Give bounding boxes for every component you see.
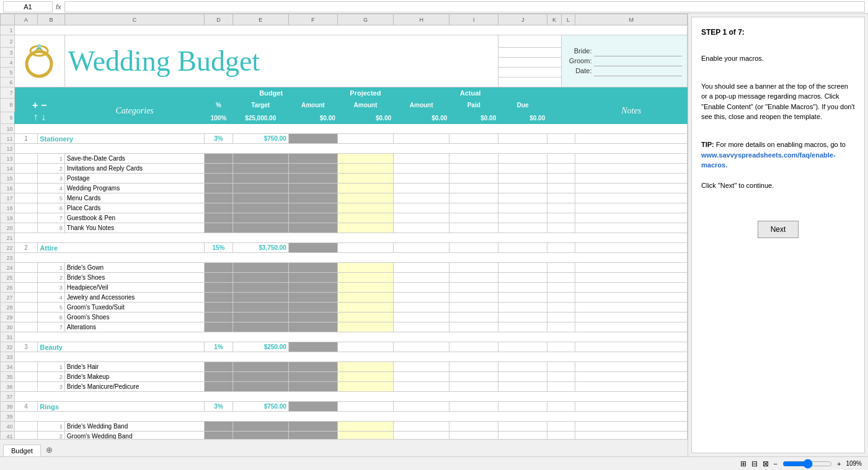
col-g: G — [337, 14, 393, 25]
cat2-target: $3,750.00 — [232, 243, 288, 253]
tip-body: For more details on enabling macros, go … — [716, 141, 846, 148]
list-item: 24 1 Bride's Gown — [1, 263, 688, 273]
item-brides-gown: Bride's Gown — [64, 263, 205, 273]
right-panel: STEP 1 of 7: Enable your macros. You sho… — [691, 17, 865, 453]
add-sheet-button[interactable]: ⊕ — [41, 443, 58, 456]
row-num-11: 11 — [1, 134, 15, 144]
bride-label: Bride: — [567, 46, 595, 56]
sheet-scroll[interactable]: A B C D E F G H I J K L M — [0, 14, 688, 439]
col-b: B — [38, 14, 65, 25]
name-box[interactable]: A1 — [3, 1, 53, 12]
projected-amount-header: Amount — [337, 99, 393, 112]
row-num-9: 9 — [1, 112, 15, 123]
due-header: Due — [498, 99, 547, 112]
page-break-icon[interactable]: ⊠ — [763, 459, 769, 468]
row-num-8: 8 — [1, 99, 15, 112]
categories-header: Categories — [64, 99, 205, 124]
item-wedding-programs: Wedding Programs — [64, 184, 205, 193]
item-place-cards: Place Cards — [64, 203, 205, 213]
list-item: 16 4 Wedding Programs — [1, 184, 688, 193]
cat1-projected — [337, 134, 393, 144]
notes-header: Notes — [575, 99, 688, 124]
list-item: 25 2 Bride's Shoes — [1, 273, 688, 283]
item-brides-shoes: Bride's Shoes — [64, 273, 205, 283]
zoom-out-icon[interactable]: − — [774, 460, 777, 468]
cat1-name: Stationery — [40, 135, 73, 143]
svg-point-3 — [37, 44, 41, 48]
summary-due: $0.00 — [498, 112, 547, 123]
projected-header: Projected — [337, 87, 393, 99]
app-container: A1 fx — [0, 0, 868, 470]
cat1-actual — [394, 134, 450, 144]
item-menu-cards: Menu Cards — [64, 193, 205, 203]
step-intro: Enable your macros. — [701, 53, 855, 64]
row-num-12: 12 — [1, 144, 15, 154]
step-instruction: You should see a banner at the top of th… — [701, 81, 855, 122]
actual-header: Actual — [394, 87, 547, 99]
row-num-4: 4 — [1, 58, 15, 68]
item-postage: Postage — [64, 174, 205, 184]
list-item: 13 1 Save-the-Date Cards — [1, 154, 688, 164]
item-alterations: Alterations — [64, 322, 205, 332]
bride-input[interactable] — [594, 46, 682, 56]
cat3-name: Beauty — [40, 344, 63, 351]
list-item: 15 3 Postage — [1, 174, 688, 184]
page-layout-icon[interactable]: ⊟ — [751, 459, 758, 468]
col-m: M — [575, 14, 688, 25]
col-k: K — [547, 14, 562, 25]
item-thank-you: Thank You Notes — [64, 223, 205, 233]
step-title: STEP 1 of 7: — [701, 27, 855, 38]
item-save-date: Save-the-Date Cards — [64, 154, 205, 164]
item-jewelry: Jewelry and Accessories — [64, 293, 205, 303]
list-item: 36 3 Bride's Manicure/Pedicure — [1, 382, 688, 392]
list-item: 28 5 Groom's Tuxedo/Suit — [1, 303, 688, 313]
zoom-level: 109% — [846, 460, 862, 467]
budget-amount-header: Amount — [288, 99, 337, 112]
sheet-tabs: Budget ⊕ — [0, 439, 688, 456]
row-num-6: 6 — [1, 78, 15, 87]
item-brides-mani: Bride's Manicure/Pedicure — [64, 382, 205, 392]
list-item: 20 8 Thank You Notes — [1, 223, 688, 233]
cat1-num: 1 — [14, 134, 38, 144]
summary-projected: $0.00 — [337, 112, 393, 123]
tip-link[interactable]: www.savvyspreadsheets.com/faq/enable-mac… — [701, 151, 836, 169]
groom-label: Groom: — [567, 56, 595, 66]
item-guestbook: Guestbook & Pen — [64, 213, 205, 223]
col-i: I — [450, 14, 498, 25]
summary-actual: $0.00 — [394, 112, 450, 123]
sheet-table: A B C D E F G H I J K L M — [0, 14, 688, 439]
cat3-target: $250.00 — [232, 342, 288, 352]
click-next-text: Click "Next" to continue. — [701, 180, 855, 191]
next-button[interactable]: Next — [758, 221, 799, 238]
zoom-slider[interactable] — [782, 460, 832, 468]
list-item: 18 6 Place Cards — [1, 203, 688, 213]
tab-budget[interactable]: Budget — [3, 445, 41, 456]
paid-header: Paid — [450, 99, 498, 112]
category-row-stationery: 11 1 Stationery 3% $750.00 — [1, 134, 688, 144]
add-remove-controls[interactable]: + − ↑ ↓ — [17, 99, 63, 123]
date-input[interactable] — [594, 66, 682, 76]
budget-header: Budget — [205, 87, 337, 99]
cat1-pct: 3% — [205, 134, 232, 144]
spreadsheet: A B C D E F G H I J K L M — [0, 14, 688, 456]
list-item: 34 1 Bride's Hair — [1, 362, 688, 372]
formula-input[interactable] — [64, 1, 865, 12]
summary-paid: $0.00 — [450, 112, 498, 123]
row-num-10: 10 — [1, 124, 15, 134]
groom-input[interactable] — [594, 56, 682, 66]
date-label: Date: — [567, 66, 595, 76]
main-area: A B C D E F G H I J K L M — [0, 14, 868, 456]
tip-label: TIP: — [701, 141, 714, 148]
pct-header: % — [205, 99, 232, 112]
row-num-5: 5 — [1, 68, 15, 78]
formula-fx: fx — [56, 3, 61, 11]
item-brides-makeup: Bride's Makeup — [64, 372, 205, 382]
normal-view-icon[interactable]: ⊞ — [740, 459, 746, 468]
item-invitations: Invitations and Reply Cards — [64, 164, 205, 174]
list-item: 17 5 Menu Cards — [1, 193, 688, 203]
status-bar: ⊞ ⊟ ⊠ − + 109% — [0, 456, 868, 470]
actual-amount-header: Amount — [394, 99, 450, 112]
zoom-in-icon[interactable]: + — [837, 460, 841, 468]
cat4-target: $750.00 — [232, 402, 288, 412]
list-item: 41 2 Groom's Wedding Band — [1, 432, 688, 439]
